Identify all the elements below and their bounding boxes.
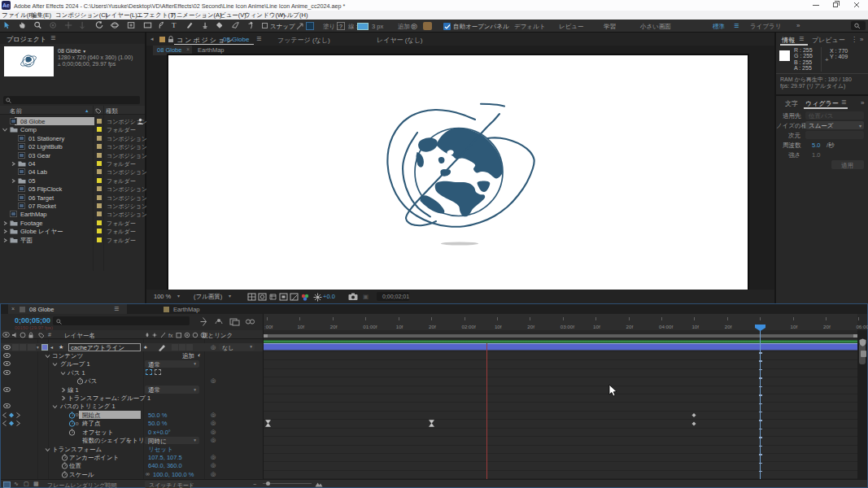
svg-text:fx: fx [168,333,173,338]
